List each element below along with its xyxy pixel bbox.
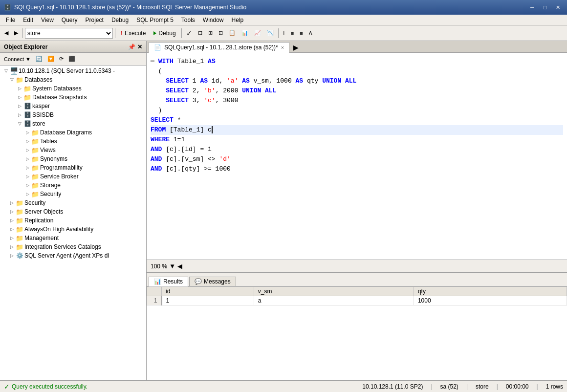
tree-store-db[interactable]: ▽ 🗄️ store bbox=[0, 119, 146, 128]
tree-security-db[interactable]: ▷ 📁 Security bbox=[0, 190, 146, 198]
query-tab[interactable]: 📄 SQLQuery1.sql - 10.1...28.1.store (sa … bbox=[149, 42, 289, 53]
maximize-button[interactable]: □ bbox=[540, 3, 550, 12]
synonyms-label: Synonyms bbox=[40, 155, 67, 162]
tree-tables[interactable]: ▷ 📁 Tables bbox=[0, 137, 146, 146]
toolbar-btn-6[interactable]: ⊡ bbox=[216, 27, 225, 39]
expand-synonyms[interactable]: ▷ bbox=[23, 155, 31, 163]
tree-integration-services[interactable]: ▷ 📁 Integration Services Catalogs bbox=[0, 242, 146, 251]
server-label: 10.10.128.1 (SQL Server 11.0.5343 - bbox=[19, 67, 115, 74]
expand-broker[interactable]: ▷ bbox=[23, 173, 31, 180]
toolbar-btn-8[interactable]: 📊 bbox=[239, 27, 251, 39]
oe-connect-button[interactable]: Connect ▼ bbox=[2, 54, 33, 64]
col-id: id bbox=[162, 287, 254, 296]
close-button[interactable]: ✕ bbox=[552, 3, 563, 12]
tree-kasper-db[interactable]: ▷ 🗄️ kasper bbox=[0, 102, 146, 110]
menu-file[interactable]: File bbox=[2, 16, 19, 24]
tree-databases[interactable]: ▽ 📁 Databases bbox=[0, 75, 146, 84]
toolbar-btn-4[interactable]: ⊟ bbox=[196, 27, 205, 39]
oe-filter-button[interactable]: 🔽 bbox=[45, 54, 56, 64]
toolbar-btn-7[interactable]: 📋 bbox=[226, 27, 238, 39]
results-tabs: 📊 Results 💬 Messages bbox=[147, 273, 567, 286]
window-controls[interactable]: ─ □ ✕ bbox=[527, 3, 563, 12]
expand-security-db[interactable]: ▷ bbox=[23, 190, 31, 198]
toolbar-btn-13[interactable]: ≡ bbox=[297, 27, 305, 39]
zoom-nav-button[interactable]: ◀ bbox=[177, 262, 182, 270]
tree-security[interactable]: ▷ 📁 Security bbox=[0, 198, 146, 207]
tables-label: Tables bbox=[40, 138, 57, 145]
oe-refresh-button[interactable]: 🔄 bbox=[34, 54, 44, 64]
expand-databases[interactable]: ▽ bbox=[8, 76, 16, 84]
tree-programmability[interactable]: ▷ 📁 Programmability bbox=[0, 163, 146, 172]
sql-editor[interactable]: ━ WITH Table_1 AS ( SELECT 1 AS id, 'a' … bbox=[147, 53, 567, 260]
expand-alwayson[interactable]: ▷ bbox=[8, 225, 16, 233]
toolbar-btn-14[interactable]: A bbox=[306, 27, 315, 39]
status-sep-4: | bbox=[537, 383, 538, 390]
tree-alwayson[interactable]: ▷ 📁 AlwaysOn High Availability bbox=[0, 225, 146, 234]
expand-ssisdb[interactable]: ▷ bbox=[16, 111, 23, 119]
tab-close-button[interactable]: × bbox=[281, 44, 284, 50]
expand-prog[interactable]: ▷ bbox=[23, 164, 31, 172]
cell-id-1: 1 bbox=[162, 296, 254, 305]
expand-server[interactable]: ▽ bbox=[2, 67, 10, 75]
tree-management[interactable]: ▷ 📁 Management bbox=[0, 234, 146, 242]
expand-diagrams[interactable]: ▷ bbox=[23, 129, 31, 136]
toolbar-btn-9[interactable]: 📈 bbox=[252, 27, 263, 39]
status-sep-1: | bbox=[431, 383, 432, 390]
menu-edit[interactable]: Edit bbox=[19, 16, 37, 24]
expand-kasper[interactable]: ▷ bbox=[16, 102, 23, 110]
database-selector[interactable]: store kasper SSISDB master bbox=[25, 28, 113, 39]
oe-close-icon[interactable]: ✕ bbox=[137, 44, 142, 50]
tree-storage[interactable]: ▷ 📁 Storage bbox=[0, 181, 146, 190]
menu-window[interactable]: Window bbox=[199, 16, 228, 24]
new-tab-button[interactable]: ▶ bbox=[290, 43, 302, 52]
expand-snapshots[interactable]: ▷ bbox=[16, 93, 23, 101]
tree-ssisdb[interactable]: ▷ 🗄️ SSISDB bbox=[0, 110, 146, 119]
expand-replication[interactable]: ▷ bbox=[8, 217, 16, 224]
toolbar-btn-11[interactable]: ⁞ bbox=[281, 27, 287, 39]
menu-help[interactable]: Help bbox=[228, 16, 248, 24]
expand-security[interactable]: ▷ bbox=[8, 199, 16, 207]
toolbar-forward-button[interactable]: ▶ bbox=[12, 27, 21, 39]
zoom-dropdown-button[interactable]: ▼ bbox=[169, 262, 175, 270]
oe-stop-button[interactable]: ⬛ bbox=[66, 54, 77, 64]
results-tab-messages[interactable]: 💬 Messages bbox=[189, 277, 236, 286]
tree-server[interactable]: ▽ 🖥️ 10.10.128.1 (SQL Server 11.0.5343 - bbox=[0, 66, 146, 75]
results-tab-results[interactable]: 📊 Results bbox=[149, 277, 188, 286]
tree-system-dbs[interactable]: ▷ 📁 System Databases bbox=[0, 84, 146, 93]
tree-replication[interactable]: ▷ 📁 Replication bbox=[0, 216, 146, 225]
debug-button[interactable]: Debug bbox=[150, 27, 179, 39]
tree-db-snapshots[interactable]: ▷ 📁 Database Snapshots bbox=[0, 93, 146, 102]
tree-service-broker[interactable]: ▷ 📁 Service Broker bbox=[0, 172, 146, 181]
toolbar-btn-3[interactable]: ✓ bbox=[184, 27, 195, 39]
expand-store[interactable]: ▽ bbox=[16, 120, 23, 128]
expand-views[interactable]: ▷ bbox=[23, 146, 31, 154]
execute-button[interactable]: ! Execute bbox=[117, 27, 149, 39]
status-right: 10.10.128.1 (11.0 SP2) | sa (52) | store… bbox=[362, 383, 563, 390]
expand-storage[interactable]: ▷ bbox=[23, 181, 31, 189]
oe-sync-button[interactable]: ⟳ bbox=[57, 54, 65, 64]
expand-tables[interactable]: ▷ bbox=[23, 137, 31, 145]
tree-views[interactable]: ▷ 📁 Views bbox=[0, 146, 146, 154]
expand-is[interactable]: ▷ bbox=[8, 243, 16, 251]
menu-project[interactable]: Project bbox=[82, 16, 108, 24]
toolbar-back-button[interactable]: ◀ bbox=[2, 27, 11, 39]
tree-server-objects[interactable]: ▷ 📁 Server Objects bbox=[0, 207, 146, 216]
toolbar-btn-5[interactable]: ⊞ bbox=[206, 27, 215, 39]
menu-debug[interactable]: Debug bbox=[108, 16, 132, 24]
toolbar-btn-12[interactable]: ≡ bbox=[288, 27, 296, 39]
menu-sqlprompt[interactable]: SQL Prompt 5 bbox=[132, 16, 177, 24]
editor-area: 📄 SQLQuery1.sql - 10.1...28.1.store (sa … bbox=[147, 41, 567, 380]
expand-server-objects[interactable]: ▷ bbox=[8, 208, 16, 216]
expand-management[interactable]: ▷ bbox=[8, 234, 16, 242]
menu-query[interactable]: Query bbox=[58, 16, 82, 24]
views-icon: 📁 bbox=[31, 146, 39, 154]
tree-synonyms[interactable]: ▷ 📁 Synonyms bbox=[0, 154, 146, 163]
menu-tools[interactable]: Tools bbox=[177, 16, 199, 24]
tree-db-diagrams[interactable]: ▷ 📁 Database Diagrams bbox=[0, 128, 146, 137]
toolbar-btn-10[interactable]: 📉 bbox=[264, 27, 276, 39]
menu-view[interactable]: View bbox=[37, 16, 58, 24]
tree-sql-agent[interactable]: ▷ ⚙️ SQL Server Agent (Agent XPs di bbox=[0, 251, 146, 260]
minimize-button[interactable]: ─ bbox=[527, 3, 538, 12]
expand-system-dbs[interactable]: ▷ bbox=[16, 85, 23, 92]
expand-agent[interactable]: ▷ bbox=[8, 252, 16, 260]
